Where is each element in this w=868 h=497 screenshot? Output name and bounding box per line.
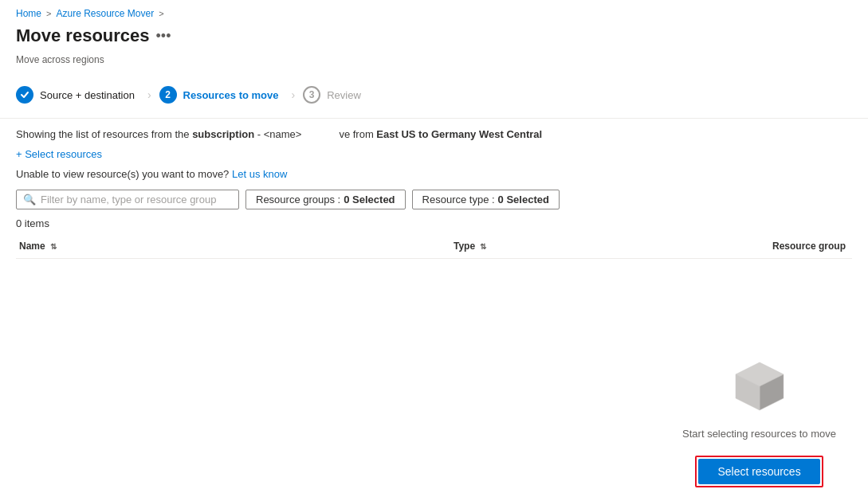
- resource-groups-filter[interactable]: Resource groups : 0 Selected: [245, 190, 406, 209]
- empty-state-cube: [728, 354, 791, 418]
- resource-type-value: 0 Selected: [498, 194, 549, 205]
- col-type-header: Type ⇅: [454, 241, 693, 252]
- let-us-know-link[interactable]: Let us know: [232, 168, 287, 180]
- breadcrumb-home[interactable]: Home: [16, 8, 41, 19]
- select-resources-button-wrapper: Select resources: [695, 456, 823, 487]
- step-separator-1: ›: [147, 88, 151, 101]
- resource-type-filter[interactable]: Resource type : 0 Selected: [412, 190, 560, 209]
- step3-label: Review: [327, 89, 361, 101]
- step-resources-to-move[interactable]: 2 Resources to move: [159, 81, 292, 108]
- step-review[interactable]: 3 Review: [303, 81, 374, 108]
- warning-text: Unable to view resource(s) you want to m…: [16, 168, 852, 180]
- step-separator-2: ›: [292, 88, 296, 101]
- filter-input-container[interactable]: 🔍: [16, 190, 239, 209]
- name-sort-icon[interactable]: ⇅: [50, 242, 57, 251]
- resource-groups-value: 0 Selected: [344, 194, 395, 205]
- breadcrumb-sep2: >: [159, 9, 163, 18]
- more-options-icon[interactable]: •••: [156, 28, 171, 45]
- step1-circle: [16, 86, 33, 104]
- select-resources-button[interactable]: Select resources: [698, 459, 819, 484]
- table-header: Name ⇅ Type ⇅ Resource group: [16, 234, 852, 259]
- step3-circle: 3: [303, 86, 320, 104]
- step2-circle: 2: [159, 86, 177, 104]
- breadcrumb: Home > Azure Resource Mover >: [0, 0, 868, 24]
- page-subtitle: Move across regions: [0, 54, 868, 75]
- empty-state-message: Start selecting resources to move: [682, 428, 836, 440]
- type-sort-icon[interactable]: ⇅: [480, 242, 486, 251]
- search-icon: 🔍: [23, 194, 36, 205]
- filter-row: 🔍 Resource groups : 0 Selected Resource …: [16, 190, 852, 209]
- page-title: Move resources: [16, 25, 150, 46]
- breadcrumb-sep1: >: [46, 9, 51, 18]
- filter-input[interactable]: [41, 194, 232, 205]
- step1-label: Source + destination: [40, 89, 135, 101]
- info-text: Showing the list of resources from the s…: [16, 128, 852, 140]
- empty-state: Start selecting resources to move Select…: [682, 354, 836, 487]
- select-resources-link[interactable]: + Select resources: [16, 148, 102, 160]
- breadcrumb-azure-mover[interactable]: Azure Resource Mover: [56, 8, 154, 19]
- step2-label: Resources to move: [183, 89, 279, 101]
- step-source-destination[interactable]: Source + destination: [16, 81, 147, 108]
- resource-groups-label: Resource groups :: [256, 194, 340, 205]
- main-content: Showing the list of resources from the s…: [0, 119, 868, 497]
- items-count: 0 items: [16, 217, 852, 229]
- steps-bar: Source + destination › 2 Resources to mo…: [0, 75, 868, 119]
- col-name-header: Name ⇅: [16, 241, 454, 252]
- page-header: Move resources •••: [0, 24, 868, 54]
- resource-type-label: Resource type :: [422, 194, 495, 205]
- col-rg-header: Resource group: [693, 241, 852, 252]
